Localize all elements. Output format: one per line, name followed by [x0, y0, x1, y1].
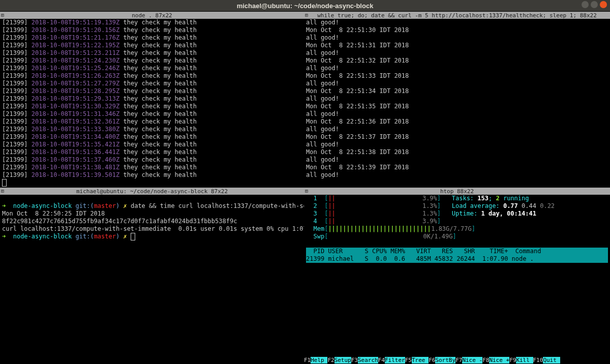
- window-titlebar: michael@ubuntu: ~/code/node-async-block: [0, 0, 610, 11]
- log-line: [21399] 2018-10-08T19:51:31.346Z they ch…: [2, 110, 302, 118]
- pane-title: while true; do; date && curl -m 5 http:/…: [317, 12, 597, 19]
- htop-header[interactable]: PID USER S CPU% MEM% VIRT RES SHR TIME+ …: [306, 248, 608, 255]
- htop-process-row[interactable]: 21399 michael S 0.0 0.6 485M 45832 26244…: [306, 255, 608, 263]
- terminal-output[interactable]: [21399] 2018-10-08T19:51:19.139Z they ch…: [0, 19, 304, 187]
- log-line: [21399] 2018-10-08T19:51:25.246Z they ch…: [2, 65, 302, 72]
- pane-shell[interactable]: ⊞ michael@ubuntu: ~/code/node-async-bloc…: [0, 187, 304, 364]
- htop-cpu-row: 1 [||3.9%] Tasks: 153; 2 running: [306, 195, 608, 202]
- output-line: all good!: [306, 95, 608, 103]
- output-line: Mon Oct 8 22:51:33 IDT 2018: [306, 72, 608, 80]
- fkey-label: F7: [455, 357, 462, 363]
- minimize-icon[interactable]: [582, 1, 589, 8]
- log-line: [21399] 2018-10-08T19:51:19.139Z they ch…: [2, 19, 302, 26]
- pane-title: node . 87x22: [132, 12, 172, 19]
- output-line: Mon Oct 8 22:51:38 IDT 2018: [306, 148, 608, 156]
- output-line: Mon Oct 8 22:51:36 IDT 2018: [306, 118, 608, 126]
- fkey-action[interactable]: Nice -: [462, 357, 482, 363]
- htop-cpu-row: 4 [||3.9%]: [306, 218, 608, 225]
- maximize-icon[interactable]: [591, 1, 598, 8]
- fkey-label: F10: [533, 357, 543, 363]
- fkey-label: F4: [378, 357, 385, 363]
- fkey-action[interactable]: SortBy: [435, 357, 455, 363]
- fkey-label: F3: [351, 357, 358, 363]
- htop-function-keys: F1Help F2SetupF3SearchF4FilterF5Tree F6S…: [304, 357, 610, 364]
- window-title: michael@ubuntu: ~/code/node-async-block: [237, 2, 374, 10]
- fkey-action[interactable]: Setup: [334, 357, 351, 363]
- pane-curl-loop[interactable]: ⊞ while true; do; date && curl -m 5 http…: [304, 11, 610, 187]
- log-line: [21399] 2018-10-08T19:51:37.460Z they ch…: [2, 156, 302, 164]
- close-icon[interactable]: [600, 1, 607, 8]
- output-line: Mon Oct 8 22:51:35 IDT 2018: [306, 103, 608, 110]
- terminal-output[interactable]: ➜ node-async-block git:(master) ✗ date &…: [0, 195, 304, 240]
- fkey-action[interactable]: Filter: [385, 357, 405, 363]
- log-line: [21399] 2018-10-08T19:51:33.380Z they ch…: [2, 126, 302, 133]
- fkey-action[interactable]: Quit: [543, 357, 560, 363]
- pane-header: ⊞ node . 87x22: [0, 12, 304, 19]
- pane-node-log[interactable]: ⊞ node . 87x22 [21399] 2018-10-08T19:51:…: [0, 11, 304, 187]
- output-line: all good!: [306, 65, 608, 72]
- pane-header: ⊞ michael@ubuntu: ~/code/node-async-bloc…: [0, 188, 304, 195]
- terminal-output[interactable]: all good!Mon Oct 8 22:51:30 IDT 2018all …: [304, 19, 610, 179]
- output-line: Mon Oct 8 22:51:30 IDT 2018: [306, 26, 608, 34]
- pane-handle-icon[interactable]: ⊞: [1, 188, 4, 194]
- pane-handle-icon[interactable]: ⊞: [305, 12, 308, 18]
- output-line: all good!: [306, 171, 608, 179]
- pane-handle-icon[interactable]: ⊞: [305, 188, 308, 194]
- log-line: [21399] 2018-10-08T19:51:22.195Z they ch…: [2, 42, 302, 49]
- log-line: [21399] 2018-10-08T19:51:36.441Z they ch…: [2, 148, 302, 156]
- fkey-action[interactable]: Nice +: [489, 357, 509, 363]
- output-line: Mon Oct 8 22:51:31 IDT 2018: [306, 42, 608, 49]
- fkey-action[interactable]: Help: [311, 357, 327, 363]
- pane-header: ⊞ while true; do; date && curl -m 5 http…: [304, 12, 610, 19]
- output-line: all good!: [306, 141, 608, 148]
- output-line: all good!: [306, 126, 608, 133]
- pane-title: michael@ubuntu: ~/code/node-async-block …: [76, 188, 228, 195]
- log-line: [21399] 2018-10-08T19:51:29.313Z they ch…: [2, 95, 302, 103]
- output-line: all good!: [306, 110, 608, 118]
- log-line: [21399] 2018-10-08T19:51:34.400Z they ch…: [2, 133, 302, 141]
- pane-handle-icon[interactable]: ⊞: [1, 12, 4, 18]
- output-line: Mon Oct 8 22:51:37 IDT 2018: [306, 133, 608, 141]
- output-line: all good!: [306, 34, 608, 42]
- htop-cpu-row: 3 [||1.3%] Uptime: 1 day, 00:14:41: [306, 210, 608, 218]
- htop-cpu-row: 2 [||1.3%] Load average: 0.77 0.44 0.22: [306, 202, 608, 210]
- log-line: [21399] 2018-10-08T19:51:26.263Z they ch…: [2, 72, 302, 80]
- fkey-label: F8: [482, 357, 489, 363]
- fkey-label: F2: [327, 357, 334, 363]
- log-line: [21399] 2018-10-08T19:51:32.361Z they ch…: [2, 118, 302, 126]
- log-line: [21399] 2018-10-08T19:51:24.230Z they ch…: [2, 57, 302, 65]
- log-line: [21399] 2018-10-08T19:51:27.279Z they ch…: [2, 80, 302, 87]
- log-line: [21399] 2018-10-08T19:51:23.211Z they ch…: [2, 49, 302, 57]
- log-line: [21399] 2018-10-08T19:51:21.176Z they ch…: [2, 34, 302, 42]
- fkey-label: F6: [429, 357, 435, 363]
- htop-swp-row: Swp[0K/1.49G]: [306, 233, 608, 240]
- output-line: all good!: [306, 19, 608, 26]
- fkey-label: F5: [405, 357, 412, 363]
- cursor-icon: [131, 233, 135, 240]
- log-line: [21399] 2018-10-08T19:51:30.329Z they ch…: [2, 103, 302, 110]
- output-line: Mon Oct 8 22:51:39 IDT 2018: [306, 164, 608, 171]
- output-line: Mon Oct 8 22:51:32 IDT 2018: [306, 57, 608, 65]
- output-line: all good!: [306, 156, 608, 164]
- log-line: [21399] 2018-10-08T19:51:35.421Z they ch…: [2, 141, 302, 148]
- htop-output[interactable]: 1 [||3.9%] Tasks: 153; 2 running 2 [||1.…: [304, 195, 610, 364]
- htop-mem-row: Mem[||||||||||||||||||||||||||||1.83G/7.…: [306, 225, 608, 233]
- log-line: [21399] 2018-10-08T19:51:38.481Z they ch…: [2, 164, 302, 171]
- log-line: [21399] 2018-10-08T19:51:20.156Z they ch…: [2, 26, 302, 34]
- log-line: [21399] 2018-10-08T19:51:28.295Z they ch…: [2, 87, 302, 95]
- output-line: Mon Oct 8 22:51:34 IDT 2018: [306, 87, 608, 95]
- pane-htop[interactable]: ⊞ htop 88x22 1 [||3.9%] Tasks: 153; 2 ru…: [304, 187, 610, 364]
- fkey-label: F1: [304, 357, 311, 363]
- fkey-action[interactable]: Kill: [516, 357, 533, 363]
- pane-title: htop 88x22: [440, 188, 474, 195]
- output-line: all good!: [306, 49, 608, 57]
- fkey-action[interactable]: Search: [358, 357, 378, 363]
- output-line: all good!: [306, 80, 608, 87]
- log-line: [21399] 2018-10-08T19:51:39.501Z they ch…: [2, 171, 302, 179]
- fkey-label: F9: [509, 357, 516, 363]
- fkey-action[interactable]: Tree: [412, 357, 429, 363]
- pane-header: ⊞ htop 88x22: [304, 188, 610, 195]
